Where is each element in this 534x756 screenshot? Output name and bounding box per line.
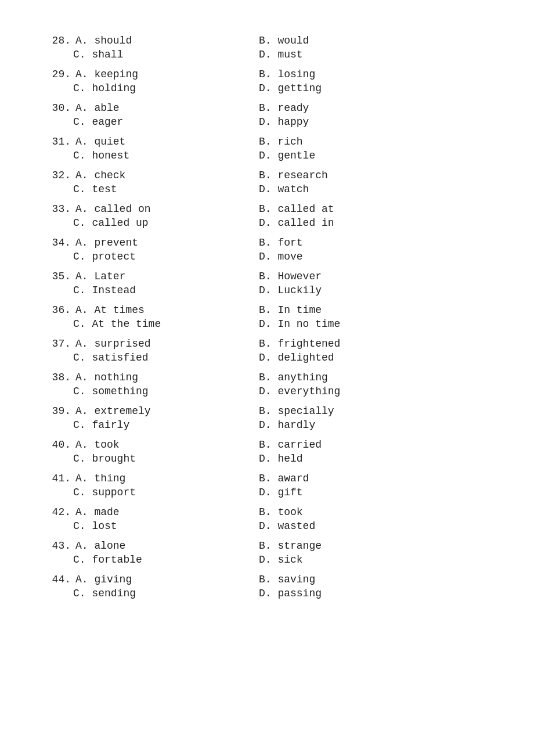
option-c-28: C. shall [73,49,259,60]
question-row-cd-29: C. holdingD. getting [46,82,488,94]
question-row-ab-29: 29.A. keepingB. losing [46,69,488,80]
question-row-ab-36: 36.A. At timesB. In time [46,304,488,316]
question-number-38: 38. [46,372,71,383]
question-row-ab-33: 33.A. called onB. called at [46,203,488,215]
option-a-30: A. able [73,102,259,114]
question-number-34: 34. [46,237,71,249]
question-number-39: 39. [46,405,71,417]
question-row-cd-33: C. called upD. called in [46,217,488,229]
option-d-43: D. sick [259,554,488,566]
question-group-37: 37.A. surprisedB. frightenedC. satisfied… [46,338,488,368]
option-d-36: D. In no time [259,318,488,330]
question-row-ab-38: 38.A. nothingB. anything [46,372,488,383]
option-c-36: C. At the time [73,318,259,330]
question-row-ab-30: 30.A. ableB. ready [46,102,488,114]
option-b-44: B. saving [259,574,488,585]
option-c-43: C. fortable [73,554,259,566]
question-row-cd-36: C. At the timeD. In no time [46,318,488,330]
option-c-33: C. called up [73,217,259,229]
option-d-34: D. move [259,251,488,262]
question-group-35: 35.A. LaterB. HoweverC. InsteadD. Luckil… [46,271,488,301]
option-d-30: D. happy [259,116,488,128]
option-d-42: D. wasted [259,520,488,532]
option-a-29: A. keeping [73,69,259,80]
option-d-28: D. must [259,49,488,60]
question-number-30: 30. [46,102,71,114]
option-b-34: B. fort [259,237,488,249]
option-b-30: B. ready [259,102,488,114]
question-row-cd-30: C. eagerD. happy [46,116,488,128]
option-a-28: A. should [73,35,259,46]
option-c-38: C. something [73,386,259,397]
question-number-44: 44. [46,574,71,585]
question-row-cd-34: C. protectD. move [46,251,488,262]
option-a-35: A. Later [73,271,259,282]
option-a-36: A. At times [73,304,259,316]
question-row-ab-31: 31.A. quietB. rich [46,136,488,147]
option-a-39: A. extremely [73,405,259,417]
option-d-33: D. called in [259,217,488,229]
question-row-ab-34: 34.A. preventB. fort [46,237,488,249]
option-c-41: C. support [73,487,259,498]
question-group-42: 42.A. madeB. tookC. lostD. wasted [46,506,488,537]
option-a-33: A. called on [73,203,259,215]
questions-container: 28.A. shouldB. wouldC. shallD. must29.A.… [46,35,488,599]
question-group-33: 33.A. called onB. called atC. called upD… [46,203,488,233]
question-group-41: 41.A. thingB. awardC. supportD. gift [46,473,488,503]
option-b-36: B. In time [259,304,488,316]
option-b-29: B. losing [259,69,488,80]
question-number-32: 32. [46,170,71,181]
option-b-32: B. research [259,170,488,181]
question-row-ab-44: 44.A. givingB. saving [46,574,488,585]
option-a-32: A. check [73,170,259,181]
question-row-cd-39: C. fairlyD. hardly [46,419,488,431]
question-row-cd-35: C. InsteadD. Luckily [46,285,488,296]
option-d-38: D. everything [259,386,488,397]
option-c-44: C. sending [73,588,259,599]
option-b-41: B. award [259,473,488,484]
option-c-32: C. test [73,183,259,195]
option-a-43: A. alone [73,540,259,552]
option-b-35: B. However [259,271,488,282]
question-number-42: 42. [46,506,71,518]
question-group-44: 44.A. givingB. savingC. sendingD. passin… [46,574,488,599]
question-number-41: 41. [46,473,71,484]
question-row-ab-39: 39.A. extremelyB. specially [46,405,488,417]
question-row-cd-41: C. supportD. gift [46,487,488,498]
option-c-30: C. eager [73,116,259,128]
question-group-43: 43.A. aloneB. strangeC. fortableD. sick [46,540,488,570]
option-d-31: D. gentle [259,150,488,161]
option-a-34: A. prevent [73,237,259,249]
question-row-cd-32: C. testD. watch [46,183,488,195]
question-row-ab-37: 37.A. surprisedB. frightened [46,338,488,350]
question-row-cd-28: C. shallD. must [46,49,488,60]
question-group-39: 39.A. extremelyB. speciallyC. fairlyD. h… [46,405,488,435]
question-row-ab-43: 43.A. aloneB. strange [46,540,488,552]
question-group-30: 30.A. ableB. readyC. eagerD. happy [46,102,488,132]
question-group-34: 34.A. preventB. fortC. protectD. move [46,237,488,267]
question-row-cd-44: C. sendingD. passing [46,588,488,599]
option-d-41: D. gift [259,487,488,498]
question-group-32: 32.A. checkB. researchC. testD. watch [46,170,488,200]
question-row-cd-38: C. somethingD. everything [46,386,488,397]
question-number-43: 43. [46,540,71,552]
question-number-29: 29. [46,69,71,80]
question-number-40: 40. [46,439,71,451]
option-c-29: C. holding [73,82,259,94]
question-row-ab-41: 41.A. thingB. award [46,473,488,484]
option-b-39: B. specially [259,405,488,417]
option-a-38: A. nothing [73,372,259,383]
question-number-36: 36. [46,304,71,316]
option-a-31: A. quiet [73,136,259,147]
option-a-44: A. giving [73,574,259,585]
option-d-37: D. delighted [259,352,488,363]
question-group-40: 40.A. tookB. carriedC. broughtD. held [46,439,488,469]
question-row-ab-32: 32.A. checkB. research [46,170,488,181]
option-b-37: B. frightened [259,338,488,350]
option-b-33: B. called at [259,203,488,215]
question-group-36: 36.A. At timesB. In timeC. At the timeD.… [46,304,488,334]
question-row-ab-28: 28.A. shouldB. would [46,35,488,46]
option-b-31: B. rich [259,136,488,147]
question-number-33: 33. [46,203,71,215]
option-b-40: B. carried [259,439,488,451]
